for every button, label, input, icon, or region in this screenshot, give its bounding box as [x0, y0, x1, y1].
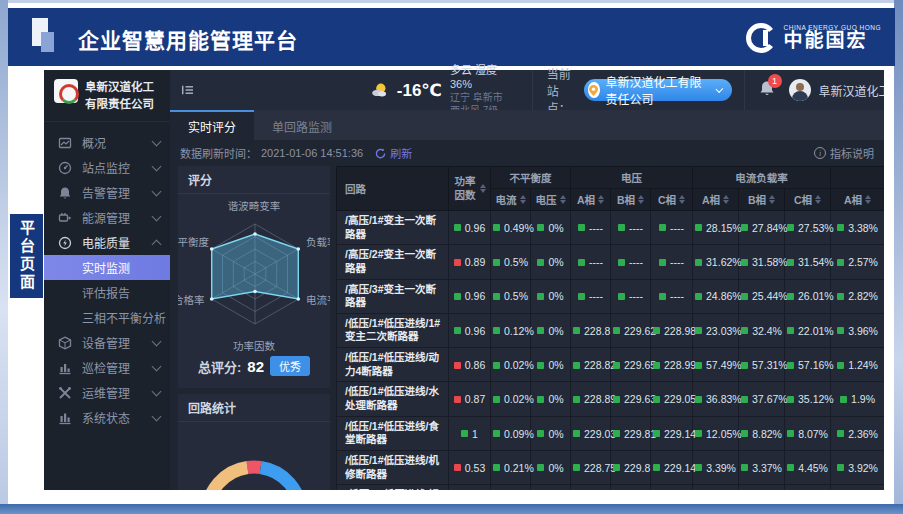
metric-cell: 0.96 — [449, 211, 491, 245]
metric-cell: 21.78% — [739, 485, 785, 490]
sidebar-subitem-1[interactable]: 实时监测 — [44, 255, 170, 280]
metric-value: ---- — [659, 290, 684, 302]
sort-icon — [769, 195, 775, 204]
metric-value: ---- — [659, 222, 684, 234]
status-indicator — [837, 430, 844, 437]
metric-cell: 228.89 — [571, 382, 611, 416]
metric-value: 229.63 — [613, 393, 656, 405]
metric-text: 57.31% — [752, 359, 788, 371]
collapse-sidebar-icon[interactable] — [182, 83, 193, 97]
sidebar-item-label: 站点监控 — [82, 159, 153, 176]
brand-name: 中能国宏 — [784, 31, 881, 52]
metric-value: 1 — [461, 428, 478, 440]
metric-value: 0% — [537, 222, 563, 234]
column-subheader[interactable]: B相 — [611, 189, 651, 211]
table-row[interactable]: /低压/1#低压进线/机修断路器0.530.21%0%228.75229.822… — [337, 450, 885, 484]
table-row[interactable]: /高压/3#变主一次断路器0.960.5%0%------------24.86… — [337, 279, 885, 313]
site-label: 当前站点： — [547, 65, 576, 116]
weather-summary: 多云 湿度36% — [450, 63, 510, 92]
status-indicator — [537, 259, 544, 266]
column-subheader[interactable]: 电流 — [491, 189, 531, 211]
metric-cell: 0.53 — [449, 450, 491, 484]
column-subheader[interactable]: 电压 — [531, 189, 571, 211]
column-header-power-factor[interactable]: 功率因数 — [449, 167, 491, 211]
table-row[interactable]: /低压/1#低压进线/锅炉断路器0.870.06%0%228.81229.832… — [337, 485, 885, 490]
sidebar-item-2[interactable]: 站点监控 — [44, 155, 170, 180]
sidebar-item-5[interactable]: 电能质量 — [44, 230, 170, 255]
metric-value: 25.44% — [741, 290, 788, 302]
total-score-label: 总评分: — [198, 357, 241, 376]
metric-text: 4.45% — [798, 462, 828, 474]
metric-text: 23.03% — [706, 325, 742, 337]
metric-help-link[interactable]: i 指标说明 — [814, 145, 874, 161]
site-dropdown[interactable]: 阜新汉道化工有限责任公司 — [584, 79, 732, 101]
table-row[interactable]: /低压/1#低压进线/动力4断路器0.860.02%0%228.82229.65… — [337, 348, 885, 382]
column-header-label: 功率因数 — [453, 175, 477, 201]
circuit-name: /低压/1#低压进线/动力4断路器 — [337, 348, 449, 382]
table-row[interactable]: /低压/1#低压进线/1#变主二次断路器0.960.12%0%228.8229.… — [337, 313, 885, 347]
status-indicator — [578, 293, 585, 300]
table-row[interactable]: /低压/1#低压进线/水处理断路器0.870.02%0%228.89229.63… — [337, 382, 885, 416]
metric-cell: 229.65 — [611, 348, 651, 382]
metric-cell: ---- — [651, 245, 693, 279]
sidebar-subitem-2[interactable]: 评估报告 — [44, 280, 170, 305]
status-indicator — [493, 224, 500, 231]
sidebar-item-6[interactable]: 设备管理 — [44, 330, 170, 355]
user-avatar[interactable] — [789, 79, 811, 101]
status-indicator — [537, 464, 544, 471]
status-indicator — [613, 362, 620, 369]
metric-text: 228.98 — [664, 325, 696, 337]
status-indicator — [613, 464, 620, 471]
metric-text: 37.67% — [752, 393, 788, 405]
status-indicator — [537, 430, 544, 437]
tab-2[interactable]: 单回路监测 — [254, 110, 350, 140]
notifications-button[interactable]: 1 — [759, 80, 775, 101]
sort-icon — [679, 195, 685, 204]
tab-1[interactable]: 实时评分 — [170, 110, 254, 140]
sidebar-item-3[interactable]: 告警管理 — [44, 180, 170, 205]
column-subheader[interactable]: A相 — [693, 189, 739, 211]
metric-cell: 0.87 — [449, 485, 491, 490]
sidebar-item-label: 概况 — [82, 134, 153, 151]
refresh-button[interactable]: 刷新 — [375, 145, 412, 161]
metric-text: 229.63 — [624, 393, 656, 405]
table-row[interactable]: /高压/1#变主一次断路器0.960.49%0%------------28.1… — [337, 211, 885, 245]
chevron-down-icon — [152, 161, 162, 171]
table-row[interactable]: /高压/2#变主一次断路器0.890.5%0%------------31.62… — [337, 245, 885, 279]
sidebar-item-7[interactable]: 巡检管理 — [44, 355, 170, 380]
metric-text: 0.09% — [504, 428, 534, 440]
metric-cell: ---- — [651, 279, 693, 313]
sidebar-item-1[interactable]: 概况 — [44, 130, 170, 155]
metric-text: 35.12% — [798, 393, 834, 405]
column-subheader-content: A相 — [833, 192, 882, 207]
metric-text: 1.24% — [848, 359, 878, 371]
chevron-down-icon — [152, 361, 162, 371]
metric-cell: 1.24% — [831, 348, 884, 382]
status-indicator — [695, 259, 702, 266]
column-subheader[interactable]: C相 — [785, 189, 831, 211]
metric-cell: 3.96% — [831, 313, 884, 347]
sidebar-item-4[interactable]: 能源管理 — [44, 205, 170, 230]
metric-cell: 22.01% — [785, 313, 831, 347]
metric-text: 25.44% — [752, 290, 788, 302]
sidebar-subitem-3[interactable]: 三相不平衡分析 — [44, 305, 170, 330]
table-row[interactable]: /低压/1#低压进线/食堂断路器10.09%0%229.03229.81229.… — [337, 416, 885, 450]
metric-value: 4.45% — [787, 462, 828, 474]
sidebar-item-8[interactable]: 运维管理 — [44, 380, 170, 405]
metric-cell: 229.05 — [651, 382, 693, 416]
sidebar-item-9[interactable]: 系统状态 — [44, 405, 170, 430]
metric-value: 3.38% — [837, 222, 878, 234]
metric-value: ---- — [578, 222, 603, 234]
energy-icon — [58, 211, 72, 225]
metric-value: ---- — [618, 256, 643, 268]
metric-value: 2.36% — [837, 428, 878, 440]
topbar: -16℃ 多云 湿度36% 辽宁 阜新市 西北风 7级 当前站点： 阜新汉道化工… — [170, 70, 884, 110]
column-subheader[interactable]: A相 — [571, 189, 611, 211]
status-indicator — [787, 327, 794, 334]
column-subheader[interactable]: B相 — [739, 189, 785, 211]
column-subheader[interactable]: C相 — [651, 189, 693, 211]
sort-icon — [598, 195, 604, 204]
metric-cell: ---- — [611, 279, 651, 313]
column-subheader[interactable]: A相 — [831, 189, 884, 211]
metric-text: ---- — [670, 290, 684, 302]
